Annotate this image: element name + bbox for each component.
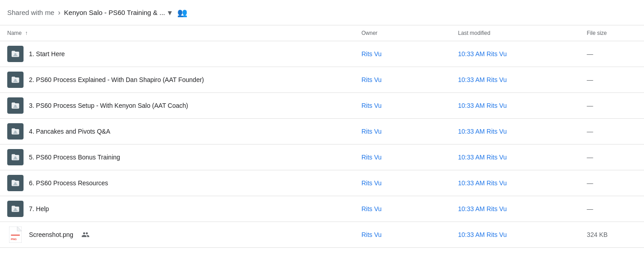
file-size: —: [587, 128, 593, 135]
last-modified: 10:33 AM Rits Vu: [458, 128, 507, 135]
table-row[interactable]: 6. PS60 Process ResourcesRits Vu10:33 AM…: [0, 170, 644, 196]
folder-icon: [7, 149, 24, 165]
file-table: Name ↑ Owner Last modified File size 1. …: [0, 25, 644, 248]
shared-icon: [81, 231, 90, 239]
folder-icon: [7, 46, 24, 62]
sort-ascending-icon: ↑: [25, 30, 28, 36]
file-name: 5. PS60 Process Bonus Training: [29, 154, 120, 161]
folder-icon: [7, 97, 24, 114]
folder-icon: [7, 72, 24, 88]
svg-point-1: [14, 79, 17, 81]
file-name: Screenshot.png: [29, 231, 73, 238]
file-name: 3. PS60 Process Setup - With Kenyon Salo…: [29, 102, 188, 109]
file-size: —: [587, 76, 593, 83]
folder-icon: [7, 123, 24, 140]
owner-name[interactable]: Rits Vu: [361, 76, 382, 83]
last-modified: 10:33 AM Rits Vu: [458, 179, 507, 187]
file-name: 1. Start Here: [29, 50, 65, 58]
column-header-modified[interactable]: Last modified: [451, 25, 580, 41]
svg-text:PNG: PNG: [11, 238, 17, 241]
file-name: 2. PS60 Process Explained - With Dan Sha…: [29, 76, 204, 83]
folder-icon: [7, 175, 24, 191]
svg-point-0: [14, 53, 17, 55]
breadcrumb-separator: ›: [58, 9, 60, 17]
folder-icon: [7, 201, 24, 217]
column-header-name[interactable]: Name ↑: [0, 25, 354, 41]
breadcrumb-current: Kenyon Salo - PS60 Training & ...: [64, 9, 165, 16]
breadcrumb-root[interactable]: Shared with me: [7, 9, 54, 16]
svg-point-3: [14, 130, 17, 133]
table-row[interactable]: 1. Start HereRits Vu10:33 AM Rits Vu—: [0, 41, 644, 67]
file-size: 324 KB: [587, 231, 608, 238]
table-row[interactable]: PNG Screenshot.pngRits Vu10:33 AM Rits V…: [0, 222, 644, 248]
shared-people-icon[interactable]: 👥: [177, 8, 187, 18]
owner-name[interactable]: Rits Vu: [361, 205, 382, 212]
table-row[interactable]: 4. Pancakes and Pivots Q&ARits Vu10:33 A…: [0, 119, 644, 145]
last-modified: 10:33 AM Rits Vu: [458, 76, 507, 83]
file-size: —: [587, 102, 593, 109]
table-row[interactable]: 5. PS60 Process Bonus TrainingRits Vu10:…: [0, 145, 644, 170]
image-file-icon: PNG: [7, 227, 24, 243]
svg-point-6: [14, 208, 17, 210]
last-modified: 10:33 AM Rits Vu: [458, 231, 507, 238]
file-size: —: [587, 154, 593, 161]
last-modified: 10:33 AM Rits Vu: [458, 154, 507, 161]
file-name: 4. Pancakes and Pivots Q&A: [29, 128, 110, 135]
owner-name[interactable]: Rits Vu: [361, 50, 382, 58]
table-header-row: Name ↑ Owner Last modified File size: [0, 25, 644, 41]
last-modified: 10:33 AM Rits Vu: [458, 205, 507, 212]
owner-name[interactable]: Rits Vu: [361, 154, 382, 161]
file-size: —: [587, 179, 593, 187]
file-size: —: [587, 205, 593, 212]
file-name: 7. Help: [29, 205, 49, 212]
last-modified: 10:33 AM Rits Vu: [458, 102, 507, 109]
owner-name[interactable]: Rits Vu: [361, 128, 382, 135]
table-row[interactable]: 2. PS60 Process Explained - With Dan Sha…: [0, 67, 644, 93]
table-row[interactable]: 3. PS60 Process Setup - With Kenyon Salo…: [0, 93, 644, 119]
svg-rect-8: [11, 235, 20, 236]
svg-point-2: [14, 105, 17, 107]
breadcrumb: Shared with me › Kenyon Salo - PS60 Trai…: [0, 0, 644, 25]
file-size: —: [587, 50, 593, 58]
owner-name[interactable]: Rits Vu: [361, 231, 382, 238]
owner-name[interactable]: Rits Vu: [361, 102, 382, 109]
svg-point-4: [14, 156, 17, 159]
chevron-down-icon[interactable]: ▾: [168, 9, 172, 17]
last-modified: 10:33 AM Rits Vu: [458, 50, 507, 58]
column-header-size[interactable]: File size: [580, 25, 644, 41]
column-header-owner[interactable]: Owner: [354, 25, 451, 41]
svg-point-5: [14, 182, 17, 184]
owner-name[interactable]: Rits Vu: [361, 179, 382, 187]
table-row[interactable]: 7. HelpRits Vu10:33 AM Rits Vu—: [0, 196, 644, 222]
file-name: 6. PS60 Process Resources: [29, 179, 108, 187]
